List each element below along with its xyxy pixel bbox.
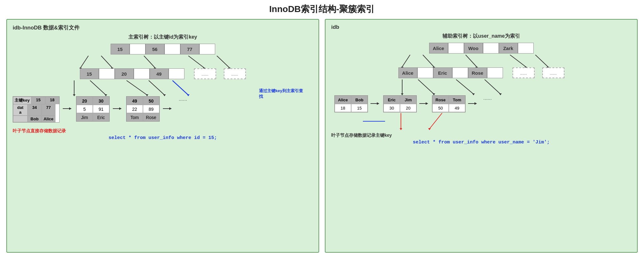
svg-marker-21 — [69, 107, 72, 110]
l2-cell-e3 — [169, 68, 184, 79]
cross-ref-annotation: 通过主键key到主索引查找 — [259, 88, 310, 99]
leaf-row-data2: Bob Alice — [13, 116, 59, 122]
r-leaf-rose: Rose Tom 50 49 — [432, 95, 466, 112]
r-lr-49: 49 — [449, 104, 465, 112]
right-select-stmt: select * from user_info where user_name … — [331, 140, 631, 145]
left-red-note: 叶子节点直接存储数据记录 — [13, 128, 313, 134]
svg-line-6 — [188, 56, 204, 68]
r-le-jim: Jim — [400, 96, 416, 104]
diagrams-row: idb-InnoDB 数据&索引文件 主索引树：以主键id为索引key 15 5… — [6, 19, 638, 253]
ln20-mid2: 91 — [93, 105, 109, 113]
right-diagram-box: idb 辅助索引树：以user_name为索引 Alice Woo Zark — [325, 19, 638, 253]
right-root-nodes: Alice Woo Zark — [429, 43, 534, 54]
leaf-key-15: 15 — [31, 97, 45, 104]
leaf-data-bob: Bob — [28, 116, 42, 122]
right-leaves: Alice Bob 18 15 — [334, 95, 631, 112]
l2-cell-20: 20 — [115, 68, 134, 79]
r-lr-rose: Rose — [432, 96, 449, 104]
r-l2-dots2: ...... — [542, 67, 564, 78]
r-leaf-connector-2 — [419, 95, 429, 112]
ln20-top2: 30 — [93, 97, 109, 105]
leaf-connector-1 — [63, 96, 73, 121]
r-l2-alice: Alice — [398, 67, 417, 78]
svg-line-8 — [217, 56, 229, 68]
svg-marker-51 — [400, 128, 402, 130]
r-l2-rose: Rose — [468, 67, 487, 78]
svg-marker-23 — [119, 107, 122, 110]
left-diagram-box: idb-InnoDB 数据&索引文件 主索引树：以主键id为索引key 15 5… — [6, 19, 319, 253]
r-le-20: 20 — [400, 104, 416, 112]
page-title: InnoDB索引结构-聚簇索引 — [6, 3, 638, 15]
leaf-key-18: 18 — [45, 97, 59, 104]
right-root-to-level2 — [393, 55, 570, 67]
l2-cell-15: 15 — [80, 68, 99, 79]
r-arrow-1 — [370, 100, 381, 107]
r-root-alice: Alice — [429, 43, 448, 54]
svg-marker-49 — [474, 102, 477, 105]
r-l2-e1 — [417, 67, 433, 78]
svg-line-34 — [535, 55, 548, 67]
right-leaf-note: 叶子节点存储数据记录主键key — [331, 133, 631, 138]
leaf-data-alice: Alice — [42, 116, 55, 122]
svg-line-2 — [101, 56, 112, 68]
svg-line-18 — [172, 80, 188, 95]
r-la-15: 15 — [351, 104, 368, 112]
l2-cell-49: 49 — [150, 68, 169, 79]
ln49-top1: 49 — [126, 97, 143, 105]
leaf-main-table: 主键key 15 18 data 34 77 Bob Alice — [13, 96, 60, 123]
svg-line-38 — [418, 79, 434, 94]
right-tree: Alice Woo Zark — [331, 43, 631, 145]
leaf-data-34: 34 — [28, 104, 42, 116]
root-cell-e2 — [164, 44, 180, 54]
leaf-data-77: 77 — [42, 104, 55, 116]
svg-line-30 — [466, 55, 477, 67]
leaf-node-20: 20 30 5 91 Jim Eric — [76, 96, 110, 122]
r-root-e2 — [483, 43, 499, 54]
r-la-alice: Alice — [335, 96, 351, 104]
right-arrow-3 — [163, 105, 173, 112]
left-leaf-dots: ...... — [176, 96, 190, 102]
ln49-bot1: Tom — [126, 113, 143, 121]
r-lr-50: 50 — [432, 104, 449, 112]
root-cell-e3 — [199, 44, 215, 54]
right-level2-to-leaves — [393, 79, 570, 95]
root-cell-56: 56 — [145, 44, 164, 54]
r-le-eric: Eric — [383, 96, 400, 104]
svg-line-32 — [510, 55, 526, 67]
leaf-label-key: 主键key — [13, 97, 31, 104]
ln49-mid2: 89 — [143, 105, 159, 113]
svg-line-28 — [423, 55, 434, 67]
r-le-30: 30 — [383, 104, 400, 112]
leaf-label-data2 — [13, 116, 28, 122]
svg-marker-45 — [377, 102, 379, 105]
right-leaf-dots: ...... — [481, 95, 494, 101]
r-leaf-eric: Eric Jim 30 20 — [383, 95, 417, 112]
ln20-bot2: Eric — [93, 113, 109, 121]
l2-dots1: ...... — [194, 68, 216, 79]
leaf-label-data: data — [13, 104, 28, 116]
right-bottom-annotations: 叶子节点存储数据记录主键key select * from user_info … — [331, 133, 631, 145]
right-red-arrows-area — [331, 113, 631, 132]
left-section-title: 主索引树：以主键id为索引key — [13, 34, 313, 41]
root-cell-e1 — [130, 44, 145, 54]
r-leaf-connector-3 — [468, 95, 478, 112]
ln49-bot2: Rose — [143, 113, 159, 121]
svg-line-16 — [149, 80, 164, 95]
svg-line-0 — [80, 56, 88, 68]
leaf-node-49: 49 50 22 89 Tom Rose — [126, 96, 160, 122]
page: InnoDB索引结构-聚簇索引 idb-InnoDB 数据&索引文件 主索引树：… — [0, 0, 644, 259]
svg-line-12 — [90, 80, 106, 95]
leaf-row-data1: data 34 77 — [13, 104, 59, 116]
r-lr-tom: Tom — [449, 96, 465, 104]
svg-line-26 — [402, 55, 410, 67]
level2-to-leaves-arrows — [65, 80, 261, 96]
svg-line-4 — [144, 56, 155, 68]
r-root-woo: Woo — [464, 43, 483, 54]
right-red-arrows — [331, 113, 509, 130]
left-tree: 15 56 77 — [13, 44, 313, 141]
svg-line-52 — [429, 113, 442, 129]
svg-line-40 — [456, 79, 473, 94]
root-cell-77: 77 — [180, 44, 199, 54]
ln20-bot1: Jim — [76, 113, 93, 121]
r-l2-dots1: ...... — [512, 67, 535, 78]
